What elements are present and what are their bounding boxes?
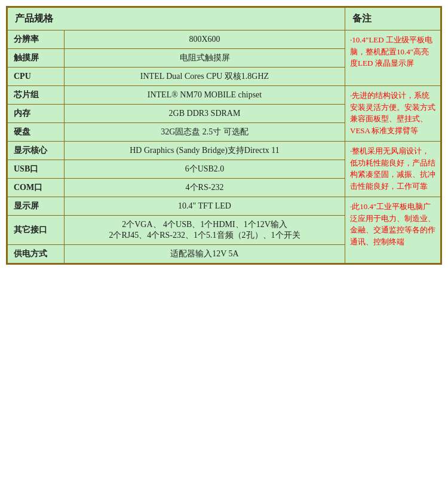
row-label: 供电方式 xyxy=(8,245,65,263)
row-label: 内存 xyxy=(8,105,65,123)
row-label: COM口 xyxy=(8,179,65,197)
header-notes: 备注 xyxy=(345,8,441,30)
header-title: 产品规格 xyxy=(8,8,345,30)
table-header: 产品规格 备注 xyxy=(8,8,441,30)
row-label: CPU xyxy=(8,68,65,86)
table-row: 芯片组INTEL® NM70 MOBILE chipset·先进的结构设计，系统… xyxy=(8,86,441,105)
product-specs-table: 产品规格 备注 分辨率800X600·10.4″LED 工业级平板电脑，整机配置… xyxy=(6,6,442,265)
row-label: 硬盘 xyxy=(8,123,65,142)
table-row: 显示核心HD Graphics (Sandy Bridge)支持Directx … xyxy=(8,142,441,160)
row-value: 2个VGA、 4个USB、1个HDMI、1个12V输入2个RJ45、4个RS-2… xyxy=(65,216,345,245)
row-value: 4个RS-232 xyxy=(65,179,345,197)
notes-cell: ·先进的结构设计，系统安装灵活方便。安装方式兼容面板型、壁挂式、VESA 标准支… xyxy=(345,86,441,142)
row-value: INTEL® NM70 MOBILE chipset xyxy=(65,86,345,105)
row-value: 32G固态盘 2.5寸 可选配 xyxy=(65,123,345,142)
row-value: 2GB DDR3 SDRAM xyxy=(65,105,345,123)
row-value: 6个USB2.0 xyxy=(65,160,345,179)
row-label: 芯片组 xyxy=(8,86,65,105)
row-label: 其它接口 xyxy=(8,216,65,245)
row-label: 分辨率 xyxy=(8,30,65,49)
notes-cell: ·此10.4″工业平板电脑广泛应用于电力、制造业、金融、交通监控等各的作通讯、控… xyxy=(345,197,441,263)
row-value: INTEL Dual Cores CPU 双核1.8GHZ xyxy=(65,68,345,86)
row-label: 显示屏 xyxy=(8,197,65,216)
table-row: 分辨率800X600·10.4″LED 工业级平板电脑，整机配置10.4″高亮度… xyxy=(8,30,441,49)
row-label: 触摸屏 xyxy=(8,49,65,68)
row-value: 10.4" TFT LED xyxy=(65,197,345,216)
notes-cell: ·10.4″LED 工业级平板电脑，整机配置10.4″高亮度LED 液晶显示屏 xyxy=(345,30,441,86)
table-row: 显示屏10.4" TFT LED·此10.4″工业平板电脑广泛应用于电力、制造业… xyxy=(8,197,441,216)
row-value: HD Graphics (Sandy Bridge)支持Directx 11 xyxy=(65,142,345,160)
row-value: 适配器输入12V 5A xyxy=(65,245,345,263)
row-value: 电阻式触摸屏 xyxy=(65,49,345,68)
notes-cell: ·整机采用无风扇设计，低功耗性能良好，产品结构紧凑坚固，减振、抗冲击性能良好，工… xyxy=(345,142,441,197)
row-label: USB口 xyxy=(8,160,65,179)
row-label: 显示核心 xyxy=(8,142,65,160)
row-value: 800X600 xyxy=(65,30,345,49)
